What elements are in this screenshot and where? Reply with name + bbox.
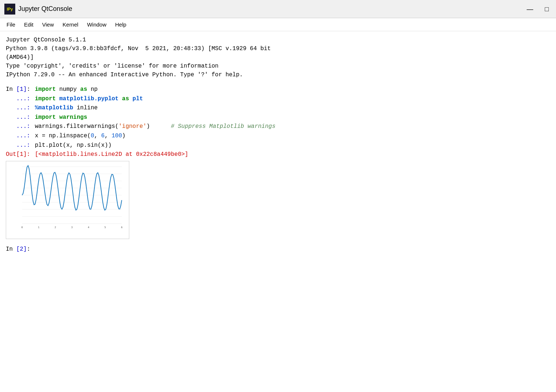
cont-prompt-4: ...: xyxy=(6,113,35,122)
info-line-3: (AMD64)] xyxy=(6,53,550,62)
info-line-2: Python 3.9.8 (tags/v3.9.8:bb3fdcf, Nov 5… xyxy=(6,44,550,53)
minimize-button[interactable]: — xyxy=(524,4,536,14)
menu-window[interactable]: Window xyxy=(84,20,110,29)
app-icon: IPy xyxy=(4,4,15,15)
info-line-5: IPython 7.29.0 -- An enhanced Interactiv… xyxy=(6,70,550,79)
code-line-7[interactable]: plt.plot(x, np.sin(x)) xyxy=(35,141,111,150)
cont-prompt-2: ...: xyxy=(6,94,35,104)
cont-prompt-5: ...: xyxy=(6,122,35,132)
code-line-2[interactable]: import matplotlib.pyplot as plt xyxy=(35,94,143,104)
in-prompt-2: In [2]: xyxy=(6,245,35,254)
svg-text:1: 1 xyxy=(38,226,40,229)
cell-1-line-6: ...: x = np.linspace(0, 6, 100) xyxy=(6,132,550,141)
menu-kernel[interactable]: Kernel xyxy=(59,20,82,29)
code-line-4[interactable]: import warnings xyxy=(35,113,87,122)
cell-2[interactable]: In [2]: xyxy=(6,245,550,254)
cell-1-line-2: ...: import matplotlib.pyplot as plt xyxy=(6,94,550,104)
maximize-button[interactable]: □ xyxy=(542,4,552,14)
svg-text:4: 4 xyxy=(88,226,89,229)
info-line-1: Jupyter QtConsole 5.1.1 xyxy=(6,36,550,44)
app-icon-label: IPy xyxy=(7,7,13,11)
cont-prompt-3: ...: xyxy=(6,104,35,113)
svg-text:0: 0 xyxy=(21,226,23,229)
info-line-4: Type 'copyright', 'credits' or 'license'… xyxy=(6,62,550,70)
cont-prompt-6: ...: xyxy=(6,132,35,141)
svg-text:6: 6 xyxy=(121,226,122,229)
sine-wave-line xyxy=(22,166,122,210)
menu-edit[interactable]: Edit xyxy=(20,20,37,29)
window-controls: — □ xyxy=(524,4,552,14)
window-title: Jupyter QtConsole xyxy=(18,5,72,13)
menu-file[interactable]: File xyxy=(3,20,19,29)
code-line-3[interactable]: %matplotlib inline xyxy=(35,104,98,113)
cell-2-input[interactable] xyxy=(35,245,38,254)
code-line-6[interactable]: x = np.linspace(0, 6, 100) xyxy=(35,132,126,141)
output-text-1: [<matplotlib.lines.Line2D at 0x22c8a449b… xyxy=(35,150,188,159)
chart-container: 1.00 0.75 0.50 0.25 0.00 -0.25 -0.50 -0.… xyxy=(6,161,129,239)
cell-1-line-7: ...: plt.plot(x, np.sin(x)) xyxy=(6,141,550,150)
cell-1-line-5: ...: warnings.filterwarnings('ignore') #… xyxy=(6,122,550,132)
code-line-5[interactable]: warnings.filterwarnings('ignore') # Supp… xyxy=(35,122,276,132)
cell-1: In [1]: import numpy as np ...: import m… xyxy=(6,85,550,239)
menu-help[interactable]: Help xyxy=(111,20,130,29)
console-content: Jupyter QtConsole 5.1.1 Python 3.9.8 (ta… xyxy=(0,31,556,258)
out-prompt-1: Out[1]: xyxy=(6,150,35,159)
cell-1-line-1: In [1]: import numpy as np xyxy=(6,85,550,94)
cell-1-line-3: ...: %matplotlib inline xyxy=(6,104,550,113)
svg-text:2: 2 xyxy=(54,226,56,229)
sine-chart: 1.00 0.75 0.50 0.25 0.00 -0.25 -0.50 -0.… xyxy=(19,164,126,231)
cell-1-line-4: ...: import warnings xyxy=(6,113,550,122)
titlebar: IPy Jupyter QtConsole — □ xyxy=(0,0,556,18)
code-line-1[interactable]: import numpy as np xyxy=(35,85,98,94)
svg-text:5: 5 xyxy=(104,226,106,229)
in-prompt-1: In [1]: xyxy=(6,85,35,94)
cont-prompt-7: ...: xyxy=(6,141,35,150)
cell-1-output-line: Out[1]: [<matplotlib.lines.Line2D at 0x2… xyxy=(6,150,550,159)
svg-text:3: 3 xyxy=(71,226,73,229)
menu-view[interactable]: View xyxy=(38,20,57,29)
menubar: File Edit View Kernel Window Help xyxy=(0,18,556,31)
